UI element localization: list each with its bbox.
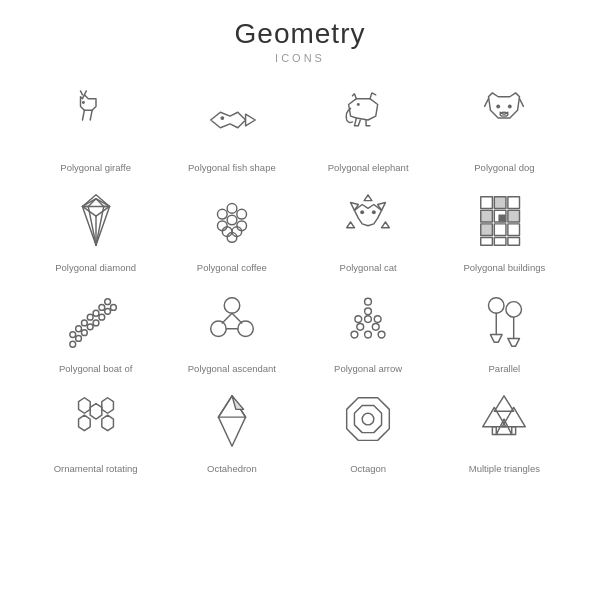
svg-point-65 (81, 329, 87, 335)
svg-point-79 (365, 315, 372, 322)
icon-cell-parallel: Parallel (439, 285, 570, 375)
svg-marker-9 (349, 99, 378, 120)
svg-point-57 (104, 308, 110, 314)
svg-point-81 (357, 323, 364, 330)
svg-point-13 (508, 105, 512, 109)
polygonal-giraffe-icon (56, 84, 136, 156)
svg-marker-96 (101, 415, 113, 431)
icon-cell-ornamental-rotating: Ornamental rotating (30, 385, 161, 475)
svg-rect-45 (481, 211, 493, 223)
svg-line-5 (90, 110, 92, 120)
svg-point-26 (217, 210, 227, 220)
svg-line-4 (82, 110, 84, 120)
svg-line-100 (218, 396, 232, 417)
svg-marker-92 (90, 404, 102, 420)
icon-cell-multiple-triangles: Multiple triangles (439, 385, 570, 475)
svg-marker-105 (495, 396, 514, 412)
svg-point-63 (87, 324, 93, 330)
svg-marker-34 (355, 205, 382, 226)
svg-rect-43 (495, 197, 507, 209)
polygonal-ascendant-icon (192, 285, 272, 357)
icon-label: Polygonal arrow (334, 363, 402, 375)
polygonal-cat-icon (328, 184, 408, 256)
svg-line-2 (84, 91, 86, 95)
svg-point-71 (211, 321, 227, 337)
svg-rect-108 (493, 427, 497, 435)
svg-point-64 (81, 320, 87, 326)
svg-point-77 (365, 308, 372, 315)
svg-point-62 (93, 320, 99, 326)
icon-label: Polygonal buildings (463, 262, 545, 274)
parallel-icon (464, 285, 544, 357)
svg-point-58 (99, 304, 105, 310)
svg-marker-102 (347, 398, 390, 441)
svg-line-1 (80, 91, 82, 95)
svg-rect-51 (481, 238, 493, 246)
svg-point-84 (365, 331, 372, 338)
icon-label: Octahedron (207, 463, 257, 475)
polygonal-buildings-icon (464, 184, 544, 256)
svg-rect-42 (481, 197, 493, 209)
svg-point-12 (497, 105, 501, 109)
svg-point-67 (75, 335, 81, 341)
svg-rect-54 (500, 216, 506, 222)
icon-label: Polygonal elephant (328, 162, 409, 174)
svg-point-38 (372, 211, 376, 215)
svg-point-69 (69, 341, 75, 347)
polygonal-dog-icon (464, 84, 544, 156)
icon-label: Polygonal ascendant (188, 363, 276, 375)
svg-line-73 (222, 313, 232, 323)
icon-label: Polygonal giraffe (60, 162, 131, 174)
svg-point-8 (220, 116, 224, 120)
svg-rect-47 (508, 211, 520, 223)
svg-rect-49 (495, 224, 507, 236)
svg-line-15 (485, 99, 489, 107)
svg-marker-40 (347, 222, 355, 228)
svg-point-59 (99, 314, 105, 320)
svg-marker-95 (78, 415, 90, 431)
icon-cell-polygonal-boat-of: Polygonal boat of (30, 285, 161, 375)
page-title: Geometry (235, 18, 366, 50)
polygonal-coffee-icon (192, 184, 272, 256)
icon-cell-polygonal-ascendant: Polygonal ascendant (166, 285, 297, 375)
svg-marker-88 (491, 334, 503, 342)
svg-marker-94 (101, 398, 113, 414)
svg-point-68 (69, 331, 75, 337)
svg-marker-7 (245, 114, 255, 126)
icon-cell-polygonal-coffee: Polygonal coffee (166, 184, 297, 274)
polygonal-elephant-icon (328, 84, 408, 156)
icon-label: Ornamental rotating (54, 463, 138, 475)
icon-cell-octagon: Octagon (303, 385, 434, 475)
svg-marker-97 (218, 396, 245, 446)
svg-point-76 (365, 298, 372, 305)
svg-point-66 (75, 326, 81, 332)
icon-label: Parallel (489, 363, 521, 375)
multiple-triangles-icon (464, 385, 544, 457)
page-header: Geometry ICONS (235, 18, 366, 64)
svg-point-82 (372, 323, 379, 330)
svg-marker-93 (78, 398, 90, 414)
icon-label: Polygonal diamond (55, 262, 136, 274)
svg-line-74 (232, 313, 242, 323)
icon-cell-polygonal-giraffe: Polygonal giraffe (30, 84, 161, 174)
icon-cell-polygonal-buildings: Polygonal buildings (439, 184, 570, 274)
svg-marker-39 (364, 195, 372, 201)
svg-point-3 (82, 101, 85, 104)
icon-label: Polygonal boat of (59, 363, 132, 375)
svg-point-37 (360, 211, 364, 215)
svg-point-86 (489, 297, 505, 313)
svg-rect-50 (508, 224, 520, 236)
page-subtitle: ICONS (235, 52, 366, 64)
svg-marker-91 (508, 338, 520, 346)
icon-label: Polygonal cat (340, 262, 397, 274)
svg-point-10 (357, 103, 360, 106)
svg-point-56 (110, 304, 116, 310)
svg-point-85 (378, 331, 385, 338)
svg-marker-41 (382, 222, 390, 228)
svg-marker-103 (355, 406, 382, 433)
svg-marker-101 (232, 396, 244, 410)
svg-point-27 (237, 210, 247, 220)
svg-point-80 (374, 315, 381, 322)
ornamental-rotating-icon (56, 385, 136, 457)
polygonal-boat-of-icon (56, 285, 136, 357)
